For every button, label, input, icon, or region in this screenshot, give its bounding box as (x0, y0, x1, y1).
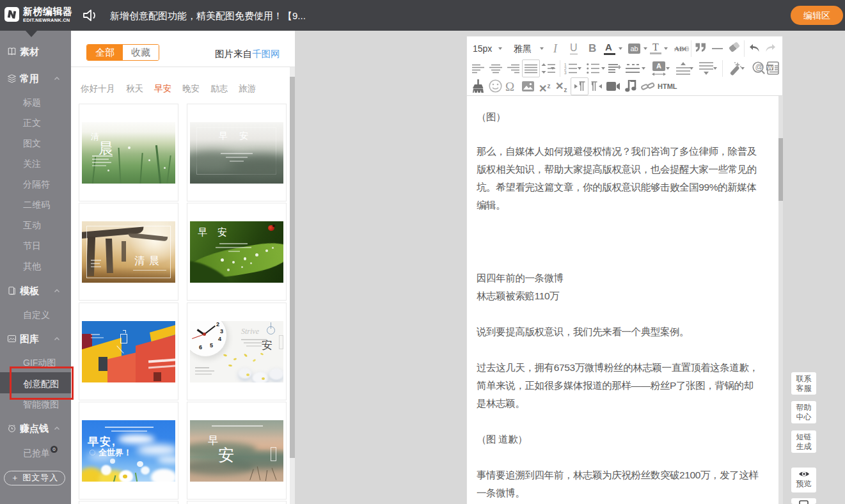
svg-text:@: @ (755, 63, 763, 72)
svg-text:3: 3 (564, 70, 567, 74)
svg-text:W: W (768, 65, 773, 71)
